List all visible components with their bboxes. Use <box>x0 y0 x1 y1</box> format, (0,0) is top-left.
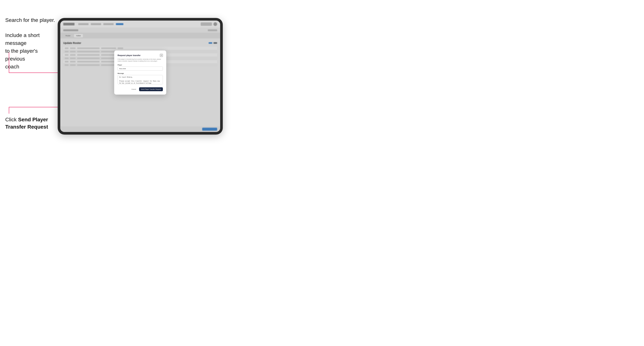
request-transfer-dialog: Request player transfer × If the player … <box>114 50 166 95</box>
modal-header: Request player transfer × <box>118 54 163 57</box>
annotation-search: Search for the player. <box>5 16 55 24</box>
arrow-line-1 <box>9 52 9 73</box>
send-transfer-request-button[interactable]: Send Player Transfer Request <box>139 87 163 91</box>
annotation-click: Click Send Player Transfer Request <box>5 116 48 131</box>
modal-description: If the player is transferring from anoth… <box>118 58 163 62</box>
modal-close-button[interactable]: × <box>160 54 163 57</box>
player-search-input[interactable] <box>118 67 163 71</box>
cancel-button[interactable]: Cancel <box>130 88 138 91</box>
modal-title: Request player transfer <box>118 54 140 56</box>
annotation-message: Include a short message to the player's … <box>5 31 54 71</box>
player-field-label: Player <box>118 64 163 66</box>
modal-footer: Cancel Send Player Transfer Request <box>118 87 163 91</box>
message-textarea[interactable]: Hi Coach McHarg, Please accept this tran… <box>118 75 163 84</box>
tablet-screen: Roster Active Update Roster <box>60 20 220 132</box>
tablet-frame: Roster Active Update Roster <box>58 18 223 135</box>
arrow-line-2-v <box>9 107 9 114</box>
message-field-label: Message <box>118 73 163 74</box>
modal-overlay: Request player transfer × If the player … <box>60 20 220 132</box>
